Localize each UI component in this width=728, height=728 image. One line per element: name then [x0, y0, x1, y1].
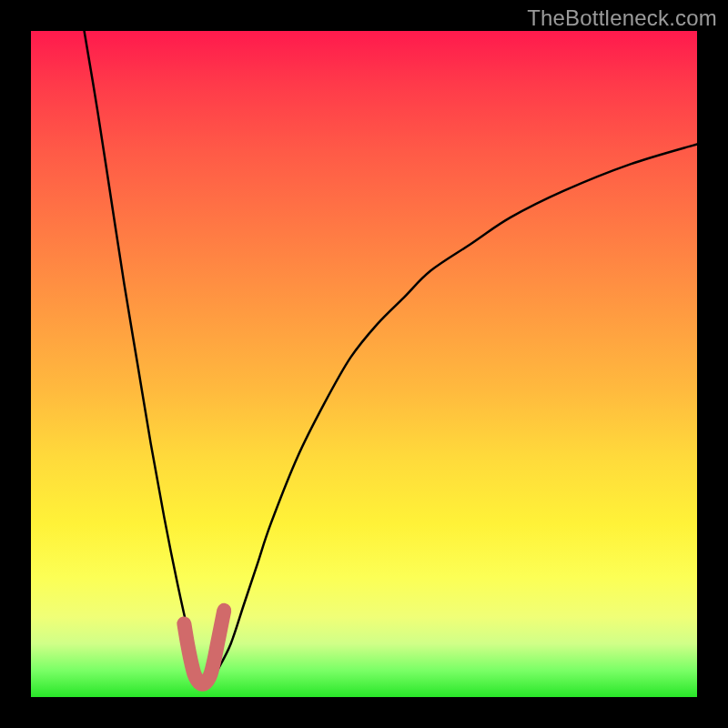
plot-area: [31, 31, 697, 697]
watermark-text: TheBottleneck.com: [527, 5, 717, 31]
valley-marker: [184, 611, 224, 684]
chart-frame: TheBottleneck.com: [0, 0, 728, 728]
bottleneck-curve: [85, 31, 697, 685]
chart-svg: [31, 31, 697, 697]
